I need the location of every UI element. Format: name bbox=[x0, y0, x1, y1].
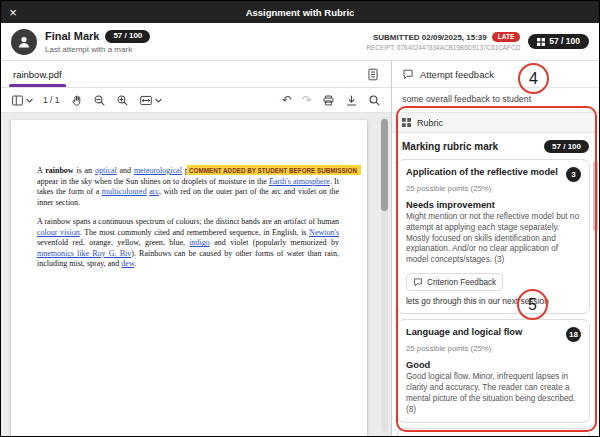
criterion-level: Needs improvement bbox=[406, 200, 581, 210]
redo-icon[interactable]: ↷ bbox=[302, 94, 312, 106]
download-button[interactable] bbox=[345, 94, 358, 107]
search-button[interactable] bbox=[368, 94, 381, 107]
document-scrollbar[interactable] bbox=[381, 117, 388, 432]
overall-grade-pill[interactable]: 57 / 100 bbox=[528, 34, 589, 50]
feedback-bubble-icon bbox=[402, 68, 414, 80]
rubric-criterion-card-2[interactable]: Language and logical flow 18 25 possible… bbox=[397, 319, 590, 423]
document-page: A rainbow is an optical and meteorologic… bbox=[11, 120, 367, 436]
grading-sidebar: Attempt feedback some overall feedback t… bbox=[392, 61, 599, 436]
zoom-out-icon bbox=[93, 94, 106, 107]
rubric-mark-pill: 57 / 100 bbox=[544, 140, 589, 153]
undo-icon[interactable]: ↶ bbox=[282, 94, 292, 106]
rubric-mark-row: Marking rubric mark 57 / 100 bbox=[392, 133, 599, 159]
overall-feedback-text: some overall feedback to student bbox=[392, 88, 599, 112]
speech-bubble-icon bbox=[413, 277, 423, 287]
chevron-down-icon bbox=[26, 98, 33, 103]
submission-receipt: RECEIPT: 676402447834ACB19B6D9137C61CAFC… bbox=[366, 44, 520, 51]
search-icon bbox=[368, 94, 381, 107]
print-icon bbox=[322, 94, 335, 107]
attempt-feedback-section[interactable]: Attempt feedback bbox=[392, 61, 599, 88]
criterion-points: 25 possible points (25%) bbox=[406, 184, 581, 193]
zoom-out-button[interactable] bbox=[93, 94, 106, 107]
criterion-title: Language and logical flow bbox=[406, 327, 522, 338]
criterion-description: Might mention or not the reflective mode… bbox=[406, 212, 581, 266]
top-bar: × Assignment with Rubric bbox=[1, 1, 599, 23]
document-canvas: A rainbow is an optical and meteorologic… bbox=[1, 113, 391, 436]
student-name: Final Mark bbox=[45, 30, 99, 42]
attempt-note: Last attempt with a mark bbox=[45, 45, 150, 54]
attempt-feedback-label: Attempt feedback bbox=[420, 69, 494, 80]
page-indicator: 1 / 1 bbox=[43, 95, 60, 105]
document-viewer: rainbow.pdf 1 / 1 bbox=[1, 61, 392, 436]
student-avatar bbox=[11, 29, 37, 55]
criterion-description: Good logical flow. Minor, infrequent lap… bbox=[406, 372, 581, 415]
rubric-scrollbar-thumb[interactable] bbox=[593, 161, 598, 231]
rubric-criterion-card-1[interactable]: Application of the reflective model 3 25… bbox=[397, 159, 590, 314]
criterion-score-badge: 3 bbox=[566, 167, 581, 182]
download-icon bbox=[345, 94, 358, 107]
submission-header: Final Mark 57 / 100 Last attempt with a … bbox=[1, 23, 599, 61]
assignment-grading-window: × Assignment with Rubric Final Mark 57 /… bbox=[0, 0, 600, 437]
viewer-tab-bar: rainbow.pdf bbox=[1, 61, 391, 88]
criterion-points: 25 possible points (25%) bbox=[406, 344, 581, 353]
rubric-title: Rubric bbox=[417, 118, 443, 128]
rubric-section-header: Rubric bbox=[392, 112, 599, 133]
sidebar-panel-icon bbox=[11, 94, 24, 107]
content-panel-icon[interactable] bbox=[367, 68, 379, 81]
hand-tool-button[interactable] bbox=[70, 94, 83, 107]
criterion-feedback-label: Criterion Feedback bbox=[427, 278, 496, 287]
doc-paragraph-2: A rainbow spans a continuous spectrum of… bbox=[37, 217, 339, 270]
person-icon bbox=[16, 34, 32, 50]
submitted-timestamp: SUBMITTED 02/09/2025, 15:39 bbox=[373, 33, 487, 42]
zoom-in-icon bbox=[116, 94, 129, 107]
criterion-feedback-chip[interactable]: Criterion Feedback bbox=[406, 273, 503, 291]
attempt-grade-pill: 57 / 100 bbox=[105, 30, 150, 43]
viewer-toolbar: 1 / 1 ↶ ↷ bbox=[1, 88, 391, 113]
hand-icon bbox=[70, 94, 83, 107]
criterion-feedback-text: lets go through this in our next session bbox=[406, 296, 581, 306]
rubric-criteria-list: Application of the reflective model 3 25… bbox=[392, 159, 599, 436]
rubric-mark-label: Marking rubric mark bbox=[402, 141, 498, 152]
tab-label: rainbow.pdf bbox=[13, 69, 62, 80]
fit-width-button[interactable] bbox=[139, 94, 162, 107]
close-icon[interactable]: × bbox=[1, 1, 25, 23]
thumbnails-toggle-button[interactable] bbox=[11, 94, 33, 107]
fit-width-icon bbox=[139, 94, 153, 107]
rubric-criterion-card-3[interactable]: Evaluation and Analysis 18 25 possible p… bbox=[397, 428, 590, 436]
print-button[interactable] bbox=[322, 94, 335, 107]
criterion-score-badge: 18 bbox=[566, 327, 581, 342]
grid-icon bbox=[402, 118, 411, 127]
criterion-title: Application of the reflective model bbox=[406, 167, 558, 178]
grid-icon bbox=[537, 38, 545, 46]
chevron-down-icon bbox=[155, 98, 162, 103]
overall-grade-value: 57 / 100 bbox=[549, 37, 580, 46]
document-scrollbar-thumb[interactable] bbox=[381, 119, 388, 211]
student-comment-annotation[interactable]: COMMENT ADDED BY STUDENT BEFORE SUBMISSI… bbox=[187, 165, 361, 175]
window-title: Assignment with Rubric bbox=[1, 7, 599, 18]
zoom-in-button[interactable] bbox=[116, 94, 129, 107]
late-badge: LATE bbox=[492, 32, 521, 43]
criterion-level: Good bbox=[406, 360, 581, 370]
tab-rainbow-pdf[interactable]: rainbow.pdf bbox=[13, 61, 62, 87]
